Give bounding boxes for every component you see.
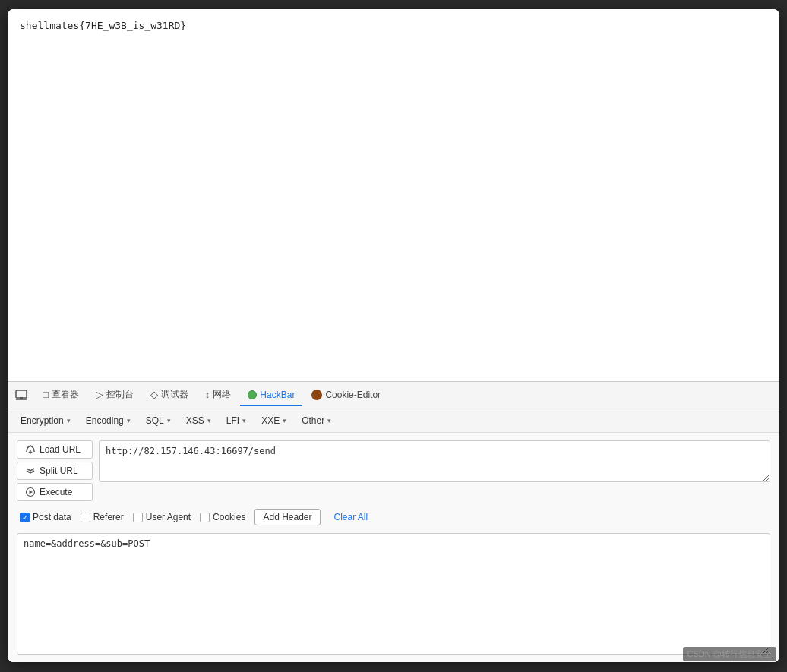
- hackbar-toolbar: Encryption ▾ Encoding ▾ SQL ▾ XSS ▾ LFI …: [8, 409, 779, 433]
- encoding-arrow-icon: ▾: [127, 417, 131, 424]
- url-row: Load URL Split URL E: [17, 440, 770, 501]
- referer-checkbox-label[interactable]: Referer: [81, 512, 124, 522]
- menu-encryption[interactable]: Encryption ▾: [14, 412, 77, 429]
- tab-network[interactable]: ↕ 网络: [198, 383, 239, 407]
- add-header-button[interactable]: Add Header: [254, 509, 320, 525]
- devtools-tab-bar: □ 查看器 ▷ 控制台 ◇ 调试器 ↕ 网络 HackBar Cookie-Ed: [8, 382, 779, 409]
- svg-marker-3: [30, 491, 33, 494]
- tab-console[interactable]: ▷ 控制台: [88, 383, 141, 407]
- page-content-area: shellmates{7HE_w3B_is_w31RD}: [8, 9, 779, 381]
- other-arrow-icon: ▾: [327, 417, 331, 424]
- tab-inspector[interactable]: □ 查看器: [35, 383, 87, 407]
- tab-hackbar[interactable]: HackBar: [240, 385, 302, 406]
- post-data-checkbox-label[interactable]: ✓ Post data: [20, 512, 71, 522]
- load-url-icon: [25, 444, 36, 455]
- network-icon: ↕: [205, 389, 210, 400]
- url-input[interactable]: [99, 440, 770, 482]
- debugger-icon: ◇: [150, 389, 158, 400]
- browser-window: shellmates{7HE_w3B_is_w31RD} □ 查看器 ▷ 控制台: [8, 9, 779, 662]
- hackbar-content: Load URL Split URL E: [8, 433, 779, 662]
- svg-rect-0: [16, 390, 27, 398]
- options-row: ✓ Post data Referer User Agent Cookies A…: [17, 509, 770, 525]
- hackbar-dot-icon: [248, 390, 257, 399]
- xxe-arrow-icon: ▾: [283, 417, 286, 424]
- tab-cookie-editor[interactable]: Cookie-Editor: [304, 385, 388, 406]
- dock-button[interactable]: [14, 388, 29, 403]
- execute-button[interactable]: Execute: [17, 483, 93, 501]
- user-agent-checkbox[interactable]: [133, 513, 143, 522]
- watermark: CSDN @转行信息安全: [683, 647, 776, 661]
- sql-arrow-icon: ▾: [167, 417, 171, 424]
- encryption-arrow-icon: ▾: [67, 417, 71, 424]
- split-url-icon: [25, 465, 36, 476]
- menu-lfi[interactable]: LFI ▾: [220, 412, 253, 429]
- page-text: shellmates{7HE_w3B_is_w31RD}: [20, 20, 186, 31]
- menu-other[interactable]: Other ▾: [295, 412, 338, 429]
- menu-encoding[interactable]: Encoding ▾: [79, 412, 137, 429]
- post-data-input[interactable]: [17, 533, 770, 655]
- referer-checkbox[interactable]: [81, 513, 90, 522]
- user-agent-checkbox-label[interactable]: User Agent: [133, 512, 191, 522]
- xss-arrow-icon: ▾: [207, 417, 211, 424]
- cookies-checkbox[interactable]: [200, 513, 210, 522]
- menu-xss[interactable]: XSS ▾: [179, 412, 218, 429]
- load-url-button[interactable]: Load URL: [17, 440, 93, 459]
- inspector-icon: □: [43, 389, 49, 400]
- cookie-icon: [311, 390, 322, 400]
- split-url-button[interactable]: Split URL: [17, 462, 93, 480]
- console-icon: ▷: [96, 389, 103, 400]
- clear-all-button[interactable]: Clear All: [330, 510, 373, 525]
- post-data-checkbox[interactable]: ✓: [20, 513, 30, 522]
- tab-debugger[interactable]: ◇ 调试器: [143, 383, 196, 407]
- devtools-panel: □ 查看器 ▷ 控制台 ◇ 调试器 ↕ 网络 HackBar Cookie-Ed: [8, 381, 779, 662]
- menu-sql[interactable]: SQL ▾: [139, 412, 178, 429]
- cookies-checkbox-label[interactable]: Cookies: [200, 512, 245, 522]
- url-action-buttons: Load URL Split URL E: [17, 440, 93, 501]
- execute-icon: [25, 487, 36, 497]
- menu-xxe[interactable]: XXE ▾: [254, 412, 293, 429]
- lfi-arrow-icon: ▾: [242, 417, 246, 424]
